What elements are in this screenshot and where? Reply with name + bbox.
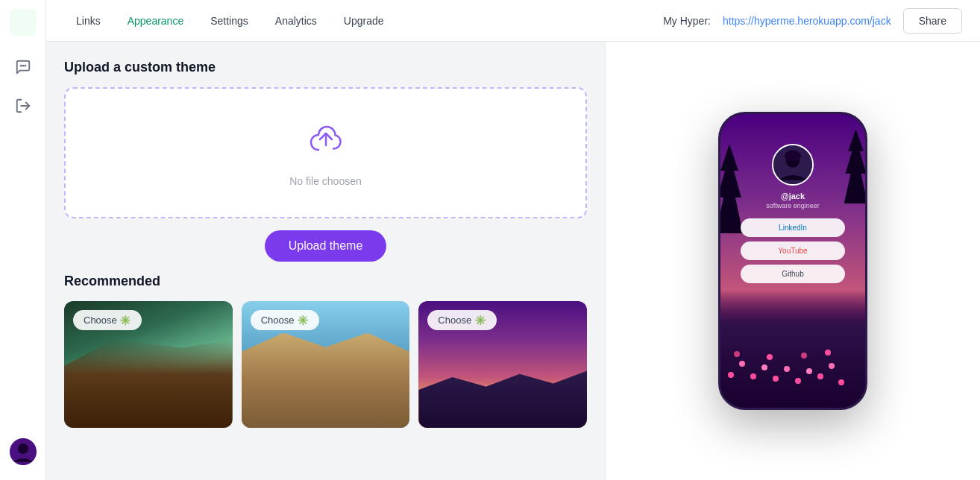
- app-logo[interactable]: 🌲: [10, 9, 37, 36]
- nav-appearance-item[interactable]: Appearance: [116, 9, 196, 33]
- nav-links-item[interactable]: Links: [64, 9, 113, 33]
- phone-content: @jack software engineer LinkedIn YouTube…: [720, 114, 865, 408]
- phone-avatar: [772, 144, 814, 186]
- share-button[interactable]: Share: [903, 8, 962, 34]
- choose-theme-3-button[interactable]: Choose ✳️: [427, 310, 496, 330]
- topnav-right: My Hyper: https://hyperme.herokuapp.com/…: [663, 8, 962, 34]
- chat-icon[interactable]: [10, 54, 37, 80]
- upload-theme-button[interactable]: Upload theme: [265, 230, 387, 262]
- svg-rect-0: [10, 9, 37, 36]
- no-file-text: No file choosen: [289, 175, 362, 187]
- content-area: Upload a custom theme No file choosen Up…: [46, 42, 980, 480]
- nav-settings-item[interactable]: Settings: [198, 9, 260, 33]
- upload-dropzone[interactable]: No file choosen: [64, 87, 587, 218]
- nav-upgrade-item[interactable]: Upgrade: [332, 9, 396, 33]
- left-panel: Upload a custom theme No file choosen Up…: [46, 42, 606, 480]
- svg-point-7: [18, 443, 28, 454]
- phone-mockup: @jack software engineer LinkedIn YouTube…: [718, 112, 867, 410]
- my-hyper-label: My Hyper:: [663, 15, 711, 27]
- my-hyper-link[interactable]: https://hyperme.herokuapp.com/jack: [723, 15, 891, 27]
- theme-grid: Choose ✳️ Choose ✳️ Choose ✳️: [64, 301, 587, 428]
- theme-card-1[interactable]: Choose ✳️: [64, 301, 233, 428]
- svg-point-10: [785, 151, 801, 162]
- theme-card-2[interactable]: Choose ✳️: [242, 301, 410, 428]
- top-nav: Links Appearance Settings Analytics Upgr…: [46, 0, 980, 42]
- upload-cloud-icon: [305, 119, 347, 163]
- logout-icon[interactable]: [10, 92, 37, 119]
- phone-link-linkedin: LinkedIn: [741, 218, 845, 237]
- phone-bio: software engineer: [766, 202, 820, 209]
- phone-link-github: Github: [741, 265, 845, 283]
- nav-analytics-item[interactable]: Analytics: [263, 9, 329, 33]
- nav-links: Links Appearance Settings Analytics Upgr…: [64, 9, 657, 33]
- sidebar: 🌲: [0, 0, 46, 480]
- theme-card-3[interactable]: Choose ✳️: [418, 301, 587, 428]
- right-panel: @jack software engineer LinkedIn YouTube…: [606, 42, 980, 480]
- choose-theme-1-button[interactable]: Choose ✳️: [73, 310, 142, 330]
- choose-theme-2-button[interactable]: Choose ✳️: [251, 310, 319, 330]
- phone-username: @jack: [781, 192, 805, 200]
- main-content: Links Appearance Settings Analytics Upgr…: [46, 0, 980, 480]
- recommended-title: Recommended: [64, 274, 587, 289]
- upload-section-title: Upload a custom theme: [64, 60, 587, 75]
- user-avatar[interactable]: [10, 438, 37, 465]
- phone-link-youtube: YouTube: [741, 241, 845, 260]
